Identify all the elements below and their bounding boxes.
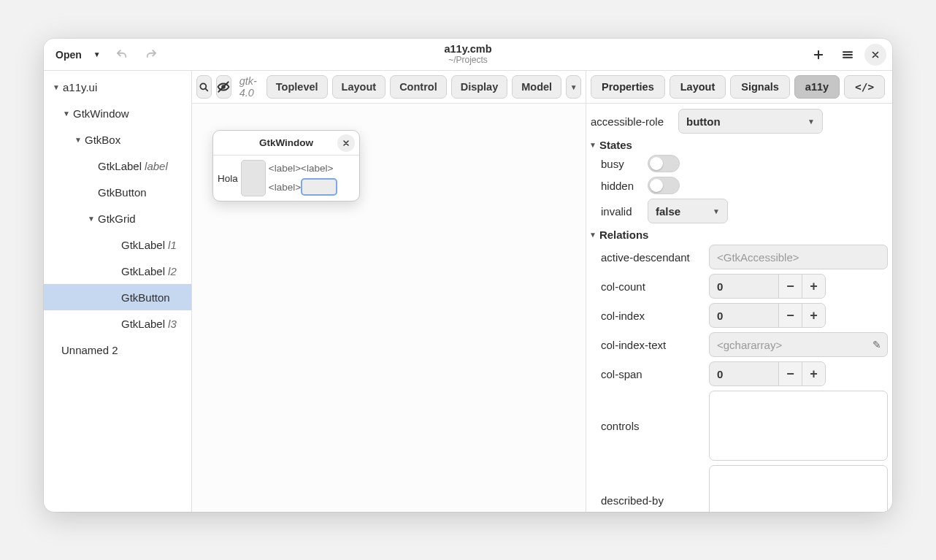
filter-more-button[interactable]: ▼ bbox=[566, 75, 581, 99]
tree-row[interactable]: GtkButton bbox=[44, 284, 191, 310]
filter-model-button[interactable]: Model bbox=[512, 75, 561, 99]
col-span-spin[interactable]: 0 − + bbox=[709, 361, 826, 386]
close-window-button[interactable] bbox=[864, 44, 886, 66]
headerbar: Open ▼ a11y.cmb ~/Projects bbox=[44, 39, 892, 71]
decrement-button[interactable]: − bbox=[778, 362, 802, 386]
prop-label-col-count: col-count bbox=[601, 280, 703, 293]
col-index-spin[interactable]: 0 − + bbox=[709, 303, 826, 328]
tree-item-label: GtkLabel bbox=[121, 318, 165, 330]
preview-selected-button[interactable] bbox=[301, 178, 337, 196]
tab-layout[interactable]: Layout bbox=[670, 75, 726, 99]
edit-icon: ✎ bbox=[872, 339, 881, 350]
search-button[interactable] bbox=[196, 75, 212, 99]
tree-item-id: l2 bbox=[168, 265, 177, 277]
active-descendant-field[interactable]: <GtkAccessible> bbox=[709, 245, 888, 269]
hamburger-menu-button[interactable] bbox=[835, 44, 860, 66]
tab-codecodecode[interactable]: </> bbox=[844, 75, 885, 99]
prop-label-accessible-role: accessible-role bbox=[591, 115, 672, 128]
filter-layout-button[interactable]: Layout bbox=[332, 75, 386, 99]
relations-section-header[interactable]: ▼ Relations bbox=[589, 226, 889, 242]
tab-properties[interactable]: Properties bbox=[591, 75, 665, 99]
col-count-spin[interactable]: 0 − + bbox=[709, 274, 826, 299]
tree-row[interactable]: ▼GtkBox bbox=[44, 126, 191, 153]
tree-item-label: GtkButton bbox=[98, 186, 147, 199]
filter-toplevel-button[interactable]: Toplevel bbox=[266, 75, 328, 99]
expander-icon[interactable]: ▼ bbox=[86, 215, 96, 223]
prop-label-active-descendant: active-descendant bbox=[601, 251, 703, 264]
prop-label-described-by: described-by bbox=[601, 494, 703, 507]
tab-a11y[interactable]: a11y bbox=[794, 75, 840, 99]
preview-title: GtkWindow bbox=[259, 137, 313, 148]
chevron-down-icon: ▼ bbox=[808, 118, 815, 126]
eye-off-icon bbox=[217, 80, 230, 93]
hidden-switch[interactable] bbox=[648, 177, 680, 194]
tab-signals[interactable]: Signals bbox=[730, 75, 790, 99]
col-index-text-field[interactable]: <gchararray> ✎ bbox=[709, 332, 888, 357]
described-by-list[interactable] bbox=[709, 465, 888, 512]
tree-item-label: GtkBox bbox=[85, 134, 120, 146]
preview-titlebar: GtkWindow bbox=[213, 131, 359, 156]
tree-item-label: GtkButton bbox=[121, 291, 170, 304]
increment-button[interactable]: + bbox=[802, 275, 825, 298]
increment-button[interactable]: + bbox=[802, 304, 825, 327]
redo-button[interactable] bbox=[139, 44, 164, 66]
tree-row[interactable]: GtkLabellabel bbox=[44, 153, 191, 179]
close-icon bbox=[342, 139, 350, 147]
tree-item-id: l3 bbox=[168, 318, 177, 330]
preview-window[interactable]: GtkWindow Hola <label> <label> bbox=[212, 130, 360, 202]
filter-control-button[interactable]: Control bbox=[390, 75, 447, 99]
tree-item-label: GtkGrid bbox=[98, 212, 136, 225]
decrement-button[interactable]: − bbox=[778, 304, 802, 327]
accessible-role-combo[interactable]: button ▼ bbox=[678, 109, 823, 134]
visibility-toggle-button[interactable] bbox=[216, 75, 231, 99]
expander-icon[interactable]: ▼ bbox=[51, 83, 61, 91]
controls-list[interactable] bbox=[709, 391, 888, 461]
tree-row[interactable]: ▼a11y.ui bbox=[44, 74, 191, 100]
tree-item-id: l1 bbox=[168, 239, 177, 251]
hamburger-icon bbox=[841, 48, 854, 61]
object-tree-panel: ▼a11y.ui▼GtkWindow▼GtkBoxGtkLabellabelGt… bbox=[44, 71, 191, 512]
preview-close-button[interactable] bbox=[337, 134, 355, 152]
prop-label-hidden: hidden bbox=[601, 180, 642, 192]
open-button[interactable]: Open bbox=[50, 44, 89, 66]
prop-label-controls: controls bbox=[601, 420, 703, 432]
increment-button[interactable]: + bbox=[802, 362, 825, 386]
tree-row[interactable]: Unnamed 2 bbox=[44, 337, 191, 363]
expander-icon[interactable]: ▼ bbox=[61, 110, 72, 118]
tree-item-label: GtkLabel bbox=[121, 239, 165, 251]
expander-icon: ▼ bbox=[589, 141, 596, 149]
chevron-down-icon: ▼ bbox=[570, 83, 578, 91]
decrement-button[interactable]: − bbox=[778, 275, 802, 298]
design-canvas[interactable]: GtkWindow Hola <label> <label> bbox=[192, 104, 586, 512]
add-button[interactable] bbox=[806, 44, 831, 66]
preview-label-hola: Hola bbox=[213, 156, 241, 201]
gtk-version-label: gtk-4.0 bbox=[236, 75, 262, 99]
window-title: a11y.cmb bbox=[444, 44, 491, 55]
tree-row[interactable]: ▼GtkWindow bbox=[44, 100, 191, 126]
preview-grid-label: <label> bbox=[269, 182, 301, 193]
open-menu-chevron[interactable]: ▼ bbox=[89, 44, 105, 66]
prop-label-col-index-text: col-index-text bbox=[601, 339, 703, 351]
undo-button[interactable] bbox=[110, 44, 134, 66]
prop-label-col-span: col-span bbox=[601, 368, 703, 380]
tree-row[interactable]: GtkButton bbox=[44, 179, 191, 205]
tree-item-label: GtkLabel bbox=[121, 265, 165, 277]
states-section-header[interactable]: ▼ States bbox=[589, 136, 889, 153]
tree-item-label: Unnamed 2 bbox=[61, 344, 118, 356]
app-window: Open ▼ a11y.cmb ~/Projects ▼a11y bbox=[44, 39, 892, 512]
expander-icon[interactable]: ▼ bbox=[73, 136, 83, 144]
object-tree[interactable]: ▼a11y.ui▼GtkWindow▼GtkBoxGtkLabellabelGt… bbox=[44, 71, 191, 363]
close-icon bbox=[870, 50, 881, 60]
invalid-combo[interactable]: false ▼ bbox=[648, 199, 728, 223]
tree-row[interactable]: GtkLabell3 bbox=[44, 310, 191, 337]
tree-row[interactable]: GtkLabell1 bbox=[44, 231, 191, 258]
tree-row[interactable]: GtkLabell2 bbox=[44, 258, 191, 284]
tree-item-label: GtkWindow bbox=[73, 107, 129, 120]
busy-switch[interactable] bbox=[648, 155, 680, 172]
tree-row[interactable]: ▼GtkGrid bbox=[44, 205, 191, 231]
preview-grid-label: <label> bbox=[269, 163, 301, 174]
preview-button-placeholder[interactable] bbox=[241, 160, 266, 196]
filter-display-button[interactable]: Display bbox=[451, 75, 508, 99]
inspector-panel: PropertiesLayoutSignalsa11y</> accessibl… bbox=[586, 71, 892, 512]
expander-icon: ▼ bbox=[589, 231, 596, 239]
